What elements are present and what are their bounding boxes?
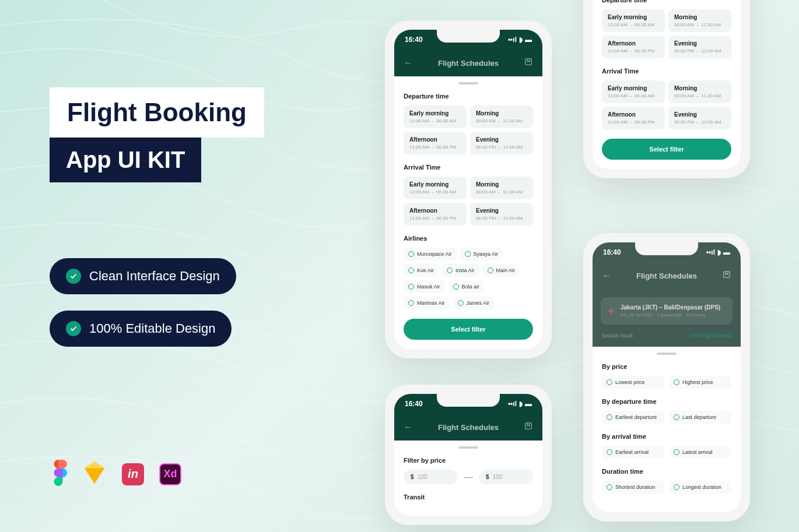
phone-mockup-1: 16:40 ••ıl◗▬ ← Flight Schedules Departur… (385, 20, 552, 358)
tool-icons-row: in Xd (50, 460, 181, 488)
time-card-afternoon[interactable]: Afternoon11:00 AM–06.00 PM (602, 36, 665, 58)
transit-label: Transit (404, 494, 533, 501)
time-card-afternoon[interactable]: Afternoon11:00 AM–06.00 PM (602, 107, 665, 129)
flights-found: 1254 flights found (690, 333, 731, 339)
xd-icon: Xd (159, 463, 181, 485)
phone-mockup-3: Direct flight 1x stop 2x stops Departure… (583, 0, 750, 178)
by-departure-label: By departure time (602, 398, 731, 405)
time-card-morning[interactable]: Morning00:00 AM–11.00 AM (470, 105, 533, 128)
arrival-label: Arrival Time (404, 164, 533, 171)
price-range-dash: — (464, 472, 473, 482)
time-card-early-morning[interactable]: Early morning12:00 AM–06.00 AM (602, 80, 665, 103)
back-icon[interactable]: ← (404, 422, 413, 432)
sheet-handle[interactable] (458, 446, 478, 449)
airline-option[interactable]: Main Air (483, 264, 520, 277)
sort-option[interactable]: Earliest arrival (602, 446, 664, 459)
airline-option[interactable]: Syasya Air (460, 248, 503, 260)
airline-option[interactable]: Marimas Air (404, 297, 450, 309)
sketch-icon (82, 461, 107, 486)
bookmark-icon[interactable] (524, 57, 533, 69)
sort-option[interactable]: Earliest departure (602, 411, 664, 424)
duration-label: Duration time (602, 468, 731, 475)
sheet-handle[interactable] (458, 82, 478, 84)
feature-clean-design: Clean Interface Design (50, 258, 236, 294)
check-icon (66, 269, 81, 284)
back-icon[interactable]: ← (404, 58, 413, 68)
invision-icon: in (122, 463, 144, 485)
sort-option[interactable]: Shortest duration (602, 481, 664, 494)
by-price-label: By price (602, 363, 731, 370)
promo-title-line1: Flight Booking (50, 87, 264, 138)
plane-icon: ✈ (608, 306, 615, 316)
time-card-evening[interactable]: Evening06.00 PM–12:00 AM (668, 107, 731, 129)
airline-option[interactable]: Bola air (448, 280, 485, 293)
time-card-evening[interactable]: Evening06.00 PM–12:00 AM (668, 36, 731, 58)
sort-option[interactable]: Last departure (669, 411, 731, 424)
svg-rect-1 (525, 59, 532, 65)
by-arrival-label: By arrival time (602, 433, 731, 440)
route-card: ✈ Jakarta (JKT) – Bali/Denpasar (DPS) Fr… (601, 297, 733, 325)
time-card-afternoon[interactable]: Afternoon11:00 AM–06.00 PM (404, 203, 467, 226)
time-card-evening[interactable]: Evening06.00 PM–12:00 AM (470, 203, 533, 226)
time-card-early-morning[interactable]: Early morning12:00 AM–06.00 AM (404, 105, 467, 128)
arrival-label: Arrival Time (602, 68, 731, 75)
select-filter-button[interactable]: Select filter (404, 319, 533, 340)
nav-bar: ← Flight Schedules (394, 50, 542, 76)
time-card-early-morning[interactable]: Early morning12:00 AM–06.00 AM (404, 177, 467, 199)
time-card-early-morning[interactable]: Early morning12:00 AM–06.00 AM (602, 9, 665, 32)
svg-rect-2 (525, 423, 532, 429)
nav-bar: ← Flight Schedules (593, 262, 741, 289)
departure-label: Departure time (404, 93, 533, 100)
time-card-morning[interactable]: Morning00:00 AM–11.00 AM (668, 80, 731, 103)
time-card-morning[interactable]: Morning00:00 AM–11.00 AM (668, 9, 731, 32)
time-card-evening[interactable]: Evening06.00 PM–12:00 AM (470, 132, 533, 154)
time-card-morning[interactable]: Morning00:00 AM–11.00 AM (470, 177, 533, 199)
sort-option[interactable]: Highest price (669, 376, 731, 389)
time-card-afternoon[interactable]: Afternoon11:00 AM–06.00 PM (404, 132, 467, 154)
airline-option[interactable]: Insta Air (442, 264, 479, 277)
promo-title-line2: App UI KIT (50, 138, 201, 182)
svg-rect-3 (724, 272, 730, 278)
airlines-label: Airlines (404, 235, 533, 242)
airline-option[interactable]: Masuk Air (404, 280, 445, 293)
back-icon[interactable]: ← (602, 270, 611, 281)
nav-bar: ← Flight Schedules (394, 414, 542, 441)
price-max-input[interactable]: $100 (479, 470, 533, 484)
phone-mockup-4: 16:40 ••ıl◗▬ ← Flight Schedules ✈ Jakart… (583, 233, 750, 522)
bookmark-icon[interactable] (524, 421, 533, 433)
price-min-input[interactable]: $100 (404, 470, 458, 484)
airline-option[interactable]: James Air (453, 297, 495, 309)
feature-editable-design: 100% Editable Design (50, 311, 232, 347)
select-filter-button[interactable]: Select filter (602, 139, 731, 160)
sort-option[interactable]: Latest arrival (669, 446, 731, 459)
search-result-label: Search result (602, 333, 633, 339)
phone-mockup-2: 16:40 ••ıl◗▬ ← Flight Schedules Filter b… (385, 385, 552, 525)
airline-option[interactable]: Monospace Air (404, 248, 457, 260)
airline-option[interactable]: Koe Air (404, 264, 439, 277)
sort-option[interactable]: Lowest price (602, 376, 664, 389)
bookmark-icon[interactable] (722, 270, 731, 281)
filter-price-label: Filter by price (404, 457, 533, 464)
sort-option[interactable]: Longest duration (669, 481, 731, 494)
check-icon (66, 321, 81, 336)
sheet-handle[interactable] (657, 353, 677, 355)
figma-icon (50, 460, 67, 488)
departure-label: Departure time (602, 0, 731, 3)
